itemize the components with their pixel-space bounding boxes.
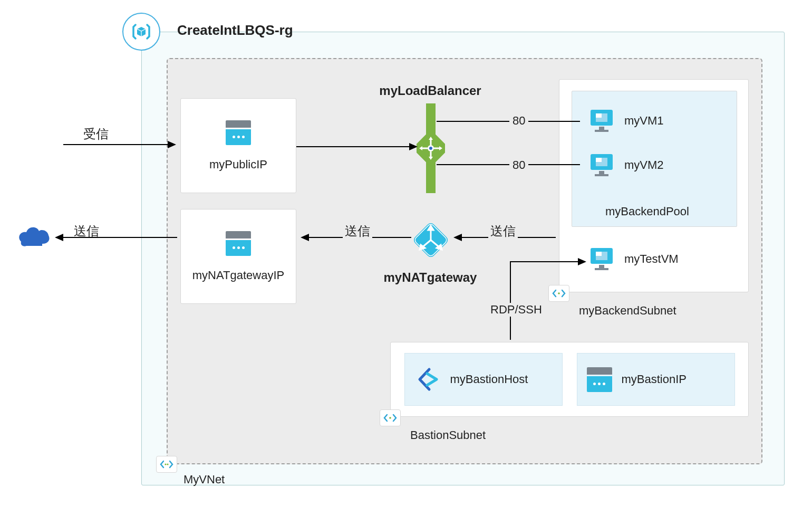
svg-point-0 bbox=[165, 463, 166, 465]
nat-gateway-ip-icon bbox=[226, 231, 251, 256]
vnet-label: MyVNet bbox=[183, 473, 225, 486]
vm1-label: myVM1 bbox=[624, 114, 664, 128]
svg-point-34 bbox=[389, 417, 391, 419]
bastion-host-card: myBastionHost bbox=[404, 353, 563, 406]
port-vm1: 80 bbox=[509, 114, 528, 128]
public-ip-label: myPublicIP bbox=[209, 158, 267, 171]
cloud-icon bbox=[16, 225, 52, 251]
svg-marker-42 bbox=[301, 234, 309, 241]
svg-point-1 bbox=[167, 463, 168, 465]
nat-gateway-ip-box: myNATgatewayIP bbox=[180, 209, 296, 304]
port-vm2: 80 bbox=[509, 158, 528, 172]
svg-marker-40 bbox=[453, 234, 462, 241]
svg-rect-32 bbox=[599, 265, 604, 268]
svg-marker-44 bbox=[55, 234, 63, 241]
svg-rect-26 bbox=[596, 158, 602, 162]
backend-subnet-label: myBackendSubnet bbox=[579, 304, 676, 318]
vm-icon bbox=[588, 109, 615, 133]
public-ip-box: myPublicIP bbox=[180, 98, 296, 193]
nat-gateway-title: myNATgateway bbox=[372, 270, 488, 285]
inbound-label: 受信 bbox=[83, 126, 109, 142]
resource-group-icon bbox=[122, 13, 160, 51]
testvm-row: myTestVM bbox=[588, 247, 679, 271]
rdpssh-label: RDP/SSH bbox=[487, 303, 545, 317]
bastion-host-label: myBastionHost bbox=[450, 373, 528, 386]
svg-marker-45 bbox=[578, 258, 586, 265]
outbound-label-3: 送信 bbox=[74, 223, 99, 240]
svg-point-5 bbox=[429, 147, 432, 150]
arrow-bastion-testvm bbox=[505, 256, 589, 343]
nat-gateway-ip-label: myNATgatewayIP bbox=[192, 269, 284, 282]
vm-icon bbox=[588, 153, 615, 177]
svg-rect-33 bbox=[595, 268, 608, 270]
backend-pool-label: myBackendPool bbox=[605, 205, 689, 218]
public-ip-icon bbox=[226, 120, 251, 145]
bastion-ip-card: myBastionIP bbox=[577, 353, 735, 406]
bastion-subnet-box: myBastionHost myBastionIP bbox=[390, 342, 749, 417]
bastion-subnet-icon bbox=[380, 409, 401, 426]
vm2-row: myVM2 bbox=[588, 153, 664, 177]
svg-marker-38 bbox=[409, 143, 418, 150]
arrow-natip-cloud bbox=[53, 232, 180, 243]
bastion-icon bbox=[414, 366, 441, 393]
vnet-icon bbox=[156, 456, 177, 473]
vm-icon bbox=[588, 247, 615, 271]
svg-rect-21 bbox=[596, 113, 602, 118]
outbound-label-2: 送信 bbox=[343, 223, 372, 240]
resource-group-title: CreateIntLBQS-rg bbox=[177, 22, 293, 39]
svg-rect-27 bbox=[599, 171, 604, 174]
outbound-label-1: 送信 bbox=[488, 223, 518, 240]
bastion-subnet-label: BastionSubnet bbox=[410, 428, 486, 442]
vm1-row: myVM1 bbox=[588, 109, 664, 133]
load-balancer-title: myLoadBalancer bbox=[378, 83, 483, 98]
bastion-ip-label: myBastionIP bbox=[622, 373, 687, 386]
bastion-ip-icon bbox=[587, 367, 612, 392]
svg-rect-28 bbox=[595, 174, 608, 176]
svg-rect-22 bbox=[599, 127, 604, 130]
nat-gateway-icon bbox=[412, 222, 449, 261]
svg-rect-31 bbox=[596, 252, 602, 256]
svg-marker-36 bbox=[168, 141, 176, 148]
arrow-publicip-lb bbox=[296, 141, 421, 152]
arrow-inbound bbox=[63, 139, 179, 150]
vm2-label: myVM2 bbox=[624, 158, 664, 172]
testvm-label: myTestVM bbox=[624, 252, 679, 266]
svg-rect-23 bbox=[595, 130, 608, 132]
